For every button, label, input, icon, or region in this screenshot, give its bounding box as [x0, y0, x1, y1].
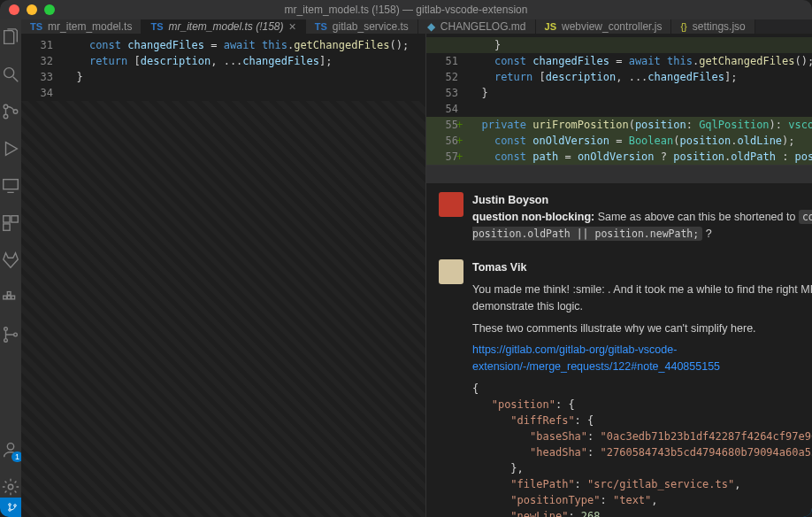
comment-link[interactable]: https://gitlab.com/gitlab-org/gitlab-vsc… [472, 343, 720, 373]
tab-1[interactable]: TSmr_item_model.ts (!158)× [142, 19, 305, 34]
svg-point-1 [4, 104, 8, 109]
tab-4[interactable]: JSwebview_controller.js [536, 19, 672, 34]
explorer-icon[interactable] [0, 27, 21, 48]
svg-point-18 [9, 509, 11, 512]
tab-2[interactable]: TSgitlab_service.ts [306, 19, 418, 34]
line-number: 52 [426, 69, 469, 85]
svg-rect-9 [7, 296, 11, 299]
tab-label: gitlab_service.ts [333, 20, 409, 33]
ts-icon: TS [315, 21, 327, 32]
activity-bar: 1 [0, 19, 21, 498]
line-number: 33 [21, 69, 64, 85]
tab-bar: TSmr_item_model.tsTSmr_item_model.ts (!1… [21, 19, 812, 34]
svg-point-12 [4, 328, 8, 331]
md-icon: ◆ [427, 20, 435, 33]
search-icon[interactable] [0, 64, 21, 85]
js-icon: JS [545, 21, 556, 32]
window-title: mr_item_model.ts (!158) — gitlab-vscode-… [285, 4, 528, 16]
line-number: 54 [426, 101, 469, 117]
svg-rect-5 [4, 216, 10, 222]
line-number: 51 [426, 53, 469, 69]
tab-label: webview_controller.js [562, 20, 662, 33]
tab-label: mr_item_model.ts (!158) [169, 20, 284, 33]
comment-0: Justin Boysonquestion non-blocking: Same… [426, 183, 812, 251]
line-number: 34 [21, 85, 64, 101]
svg-point-19 [14, 505, 17, 507]
window-controls[interactable] [9, 4, 55, 15]
svg-rect-4 [4, 180, 19, 189]
code-line[interactable]: 52 return [description, ...changedFiles]… [426, 69, 812, 85]
code-line[interactable]: 55 private uriFromPosition(position: Gql… [426, 117, 812, 133]
svg-point-17 [9, 504, 11, 506]
code-line[interactable]: 32 return [description, ...changedFiles]… [21, 53, 425, 69]
avatar[interactable] [439, 192, 463, 217]
ts-icon: TS [30, 21, 42, 32]
code-line[interactable]: 51 const changedFiles = await this.getCh… [426, 53, 812, 69]
line-number: 32 [21, 53, 64, 69]
tab-0[interactable]: TSmr_item_model.ts [21, 19, 142, 34]
code-line[interactable]: 56 const onOldVersion = Boolean(position… [426, 133, 812, 149]
titlebar: mr_item_model.ts (!158) — gitlab-vscode-… [0, 0, 812, 19]
docker-icon[interactable] [0, 287, 21, 308]
editor-pane-right[interactable]: }51 const changedFiles = await this.getC… [426, 34, 812, 517]
close-window-icon[interactable] [9, 4, 19, 15]
avatar[interactable] [439, 259, 463, 284]
remote-explorer-icon[interactable] [0, 175, 21, 197]
tab-3[interactable]: ◆CHANGELOG.md [418, 19, 536, 34]
code-line[interactable]: 57 const path = onOldVersion ? position.… [426, 149, 812, 165]
tab-label: mr_item_model.ts [48, 20, 132, 33]
extensions-icon[interactable] [0, 212, 21, 234]
code-line[interactable]: 54 [426, 101, 812, 117]
run-debug-icon[interactable] [0, 138, 21, 159]
svg-rect-7 [4, 224, 10, 230]
source-control-icon[interactable] [0, 101, 21, 122]
svg-point-2 [4, 114, 8, 119]
comment-author: Justin Boyson [472, 194, 548, 206]
tab-5[interactable]: {}settings.jso [671, 19, 755, 34]
git-graph-icon[interactable] [0, 324, 21, 345]
code-line[interactable]: 31 const changedFiles = await this.getCh… [21, 37, 425, 53]
line-number: 31 [21, 37, 64, 53]
code-line[interactable]: 53 } [426, 85, 812, 101]
ts-icon: TS [150, 21, 163, 32]
svg-rect-8 [4, 296, 7, 299]
svg-point-16 [8, 484, 13, 490]
line-number: 57 [426, 149, 469, 165]
code-line[interactable]: } [426, 37, 812, 53]
accounts-icon[interactable]: 1 [0, 439, 21, 460]
code-line[interactable]: 33 } [21, 69, 425, 85]
svg-rect-6 [11, 216, 18, 222]
svg-point-15 [7, 444, 13, 450]
gitlab-icon[interactable] [0, 250, 21, 271]
code-area-left[interactable]: 31 const changedFiles = await this.getCh… [21, 34, 425, 101]
json-icon: {} [680, 21, 686, 32]
comment-1: Tomas VikYou made me think! :smile: . An… [426, 251, 812, 517]
code-line[interactable]: 34 [21, 85, 425, 101]
comment-panel: ⌃ Justin Boysonquestion non-blocking: Sa… [426, 165, 812, 517]
close-icon[interactable]: × [289, 19, 296, 34]
maximize-window-icon[interactable] [44, 4, 55, 15]
line-number: 55 [426, 117, 469, 133]
comment-author: Tomas Vik [472, 261, 526, 274]
svg-point-13 [4, 339, 8, 343]
line-number [426, 37, 469, 53]
svg-rect-11 [7, 292, 11, 296]
svg-rect-10 [11, 296, 15, 299]
code-area-right[interactable]: }51 const changedFiles = await this.getC… [426, 34, 812, 165]
svg-point-0 [4, 68, 14, 78]
tab-label: CHANGELOG.md [440, 20, 526, 33]
line-number: 56 [426, 133, 469, 149]
editor-pane-left[interactable]: 31 const changedFiles = await this.getCh… [21, 34, 426, 517]
svg-point-14 [14, 333, 18, 336]
line-number: 53 [426, 85, 469, 101]
tab-label: settings.jso [693, 20, 746, 33]
minimize-window-icon[interactable] [27, 4, 37, 15]
settings-gear-icon[interactable] [0, 476, 21, 498]
